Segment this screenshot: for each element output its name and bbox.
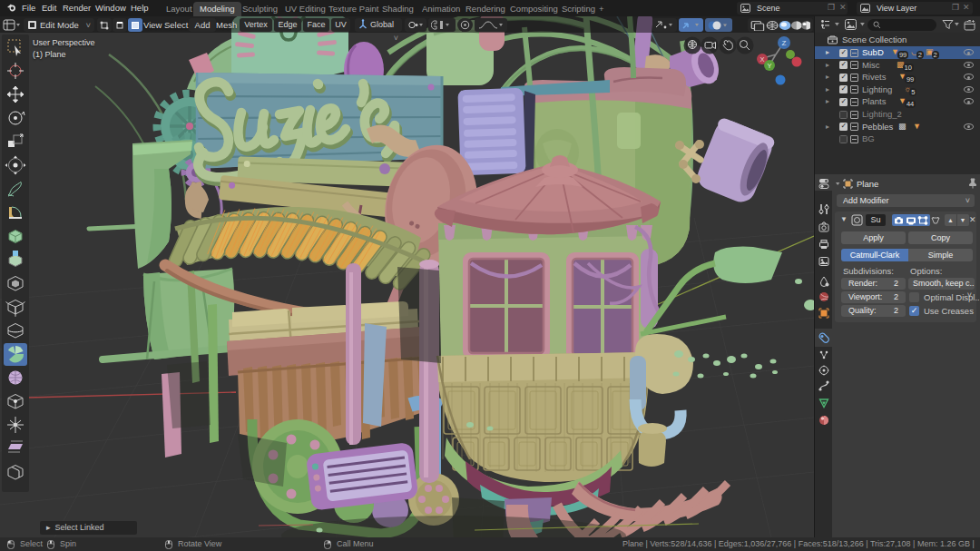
svg-text:X: X <box>760 55 764 64</box>
svg-text:Z: Z <box>782 39 787 47</box>
svg-text:Y: Y <box>767 62 771 70</box>
